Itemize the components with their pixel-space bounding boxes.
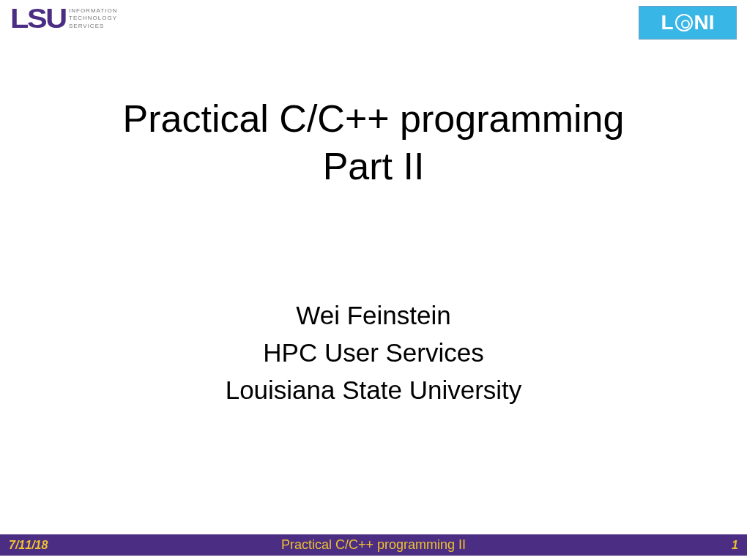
loni-logo: L NI [639, 6, 737, 40]
slide-title: Practical C/C++ programming Part II [0, 95, 747, 190]
lsu-wordmark: LSU [10, 6, 66, 32]
footer-title: Practical C/C++ programming II [0, 537, 747, 553]
its-line1: INFORMATION [69, 7, 117, 15]
footer-page: 1 [732, 539, 738, 552]
lsu-its-label: INFORMATION TECHNOLOGY SERVICES [69, 7, 117, 30]
its-line3: SERVICES [69, 23, 117, 30]
loni-letter-L: L [661, 11, 673, 34]
title-line2: Part II [0, 143, 747, 190]
header: LSU INFORMATION TECHNOLOGY SERVICES L NI [0, 4, 747, 44]
slide: LSU INFORMATION TECHNOLOGY SERVICES L NI… [0, 0, 747, 560]
its-line2: TECHNOLOGY [69, 15, 117, 22]
author-block: Wei Feinstein HPC User Services Louisian… [0, 297, 747, 408]
loni-letters-NI: NI [694, 11, 715, 34]
lsu-logo: LSU INFORMATION TECHNOLOGY SERVICES [10, 6, 117, 32]
author-org: Louisiana State University [0, 372, 747, 409]
author-name: Wei Feinstein [0, 297, 747, 335]
title-line1: Practical C/C++ programming [0, 95, 747, 143]
author-dept: HPC User Services [0, 335, 747, 372]
footer-bar: 7/11/18 Practical C/C++ programming II 1 [0, 534, 747, 556]
loni-ring-icon [675, 14, 693, 31]
